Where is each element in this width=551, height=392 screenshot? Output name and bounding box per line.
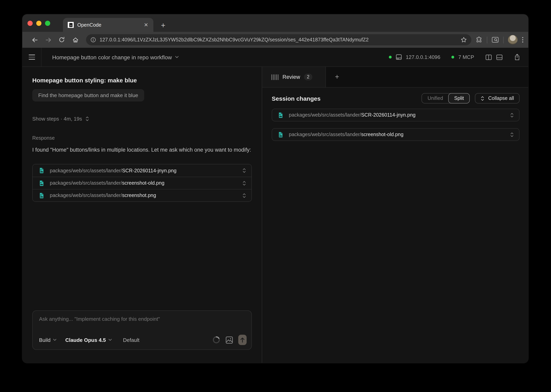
traffic-light-minimize[interactable] bbox=[36, 21, 41, 26]
profile-avatar[interactable] bbox=[508, 35, 518, 45]
review-content: Session changes Unified Split Collapse a… bbox=[262, 88, 528, 141]
file-dir: packages/web/src/assets/lander/ bbox=[50, 168, 122, 173]
toolbar-right bbox=[474, 35, 523, 45]
address-bar[interactable]: 127.0.0.1:4096/L1VzZXJzL3J5YW52b2dlbC9kZ… bbox=[86, 34, 471, 45]
sidebar-toggle-button[interactable] bbox=[22, 48, 41, 66]
split-vertical-icon[interactable] bbox=[485, 54, 492, 60]
file-row[interactable]: packages/web/src/assets/lander/screensho… bbox=[33, 189, 251, 201]
file-image-icon bbox=[278, 112, 284, 118]
collapse-all-label: Collapse all bbox=[488, 96, 514, 101]
traffic-light-zoom[interactable] bbox=[45, 21, 50, 26]
context-usage-ring-icon bbox=[212, 336, 220, 344]
new-tab-button[interactable]: + bbox=[161, 21, 165, 29]
file-dir: packages/web/src/assets/lander/ bbox=[50, 180, 122, 186]
header-status: 127.0.0.1:4096 7 MCP bbox=[389, 48, 528, 66]
chat-title: Homepage button styling: make blue bbox=[32, 77, 252, 84]
split-horizontal-icon[interactable] bbox=[496, 54, 503, 60]
review-tab-label: Review bbox=[283, 74, 300, 80]
site-info-icon[interactable] bbox=[90, 37, 96, 42]
review-count-badge: 2 bbox=[304, 73, 312, 81]
composer-actions bbox=[212, 335, 246, 345]
file-image-icon bbox=[39, 168, 45, 174]
connection-status-dot bbox=[389, 56, 392, 58]
agent-selector[interactable]: Default bbox=[123, 337, 139, 343]
attach-image-button[interactable] bbox=[225, 336, 233, 344]
opencode-app: Homepage button color change in repo wor… bbox=[22, 48, 528, 363]
session-changes-heading: Session changes bbox=[272, 95, 320, 102]
mcp-status[interactable]: 7 MCP bbox=[458, 54, 474, 60]
composer-toolbar: Build Claude Opus 4.5 Default bbox=[33, 335, 251, 350]
show-steps-toggle[interactable]: Show steps · 4m, 19s bbox=[32, 116, 252, 122]
file-row[interactable]: packages/web/src/assets/lander/screensho… bbox=[33, 177, 251, 189]
arrow-up-icon bbox=[240, 337, 245, 343]
file-dir: packages/web/src/assets/lander/ bbox=[289, 132, 361, 137]
change-row[interactable]: packages/web/src/assets/lander/screensho… bbox=[272, 128, 520, 141]
review-tabbar: Review 2 + bbox=[262, 67, 528, 88]
new-review-tab-button[interactable]: + bbox=[326, 67, 348, 87]
session-title: Homepage button color change in repo wor… bbox=[52, 54, 172, 60]
unfold-icon bbox=[481, 96, 485, 101]
expand-chevron-icon bbox=[510, 112, 514, 118]
file-name: SCR-20260114-jnyn.png bbox=[361, 112, 415, 118]
view-mode-toggle: Unified Split bbox=[421, 93, 470, 104]
traffic-light-close[interactable] bbox=[28, 21, 33, 26]
mode-label: Build bbox=[39, 337, 51, 343]
file-option-list: packages/web/src/assets/lander/SCR-20260… bbox=[32, 164, 252, 202]
page-search-icon[interactable] bbox=[492, 37, 499, 43]
chevron-down-icon bbox=[108, 339, 112, 341]
url-text[interactable]: 127.0.0.1:4096/L1VzZXJzL3J5YW52b2dlbC9kZ… bbox=[100, 37, 461, 42]
file-name: SCR-20260114-jnyn.png bbox=[122, 168, 176, 173]
chevron-down-icon bbox=[53, 339, 57, 341]
tab-title: OpenCode bbox=[77, 22, 143, 28]
app-header: Homepage button color change in repo wor… bbox=[22, 48, 528, 67]
mode-selector[interactable]: Build bbox=[39, 337, 57, 343]
tab-close-icon[interactable]: ✕ bbox=[143, 21, 149, 28]
browser-toolbar: 127.0.0.1:4096/L1VzZXJzL3J5YW52b2dlbC9kZ… bbox=[22, 32, 528, 48]
file-name: screenshot-old.png bbox=[122, 180, 165, 186]
forward-button[interactable] bbox=[41, 36, 55, 43]
toolbar-separator bbox=[503, 36, 504, 43]
response-text: I found "Home" buttons/links in multiple… bbox=[32, 145, 252, 155]
mcp-status-dot bbox=[452, 56, 454, 58]
back-button[interactable] bbox=[28, 36, 41, 43]
send-button[interactable] bbox=[238, 335, 246, 345]
browser-menu-icon[interactable] bbox=[522, 37, 523, 43]
server-address[interactable]: 127.0.0.1:4096 bbox=[406, 54, 441, 60]
share-icon[interactable] bbox=[514, 54, 520, 61]
change-row[interactable]: packages/web/src/assets/lander/SCR-20260… bbox=[272, 109, 520, 121]
file-dir: packages/web/src/assets/lander/ bbox=[50, 193, 122, 198]
toolbar-separator bbox=[487, 36, 487, 43]
unfold-icon bbox=[85, 116, 89, 121]
chat-panel: Homepage button styling: make blue Find … bbox=[22, 67, 262, 363]
show-steps-label: Show steps · 4m, 19s bbox=[32, 116, 82, 122]
session-title-dropdown[interactable]: Homepage button color change in repo wor… bbox=[41, 48, 179, 66]
tab-review[interactable]: Review 2 bbox=[262, 67, 326, 87]
session-changes-list: packages/web/src/assets/lander/SCR-20260… bbox=[272, 109, 520, 141]
diff-bars-icon bbox=[271, 74, 278, 80]
unified-toggle[interactable]: Unified bbox=[422, 93, 449, 103]
split-toggle[interactable]: Split bbox=[448, 93, 470, 104]
collapse-all-button[interactable]: Collapse all bbox=[475, 93, 520, 104]
reload-button[interactable] bbox=[55, 37, 69, 43]
file-row[interactable]: packages/web/src/assets/lander/SCR-20260… bbox=[33, 164, 251, 177]
browser-window: OpenCode ✕ + 127.0.0.1:4096/L1VzZXJzL3J5… bbox=[22, 14, 528, 363]
browser-tab-strip: OpenCode ✕ + bbox=[22, 14, 528, 32]
expand-chevron-icon bbox=[510, 132, 514, 137]
opencode-favicon bbox=[68, 22, 74, 28]
model-selector[interactable]: Claude Opus 4.5 bbox=[59, 337, 112, 343]
message-input[interactable] bbox=[33, 311, 251, 335]
extensions-icon[interactable] bbox=[476, 36, 482, 43]
screen: OpenCode ✕ + 127.0.0.1:4096/L1VzZXJzL3J5… bbox=[0, 0, 551, 392]
composer: Build Claude Opus 4.5 Default bbox=[32, 310, 252, 350]
file-name: screenshot-old.png bbox=[361, 132, 404, 137]
bookmark-star-icon[interactable] bbox=[461, 37, 467, 43]
file-image-icon bbox=[278, 132, 284, 138]
app-body: Homepage button styling: make blue Find … bbox=[22, 67, 528, 363]
review-controls: Unified Split Collapse all bbox=[421, 93, 520, 104]
browser-tab[interactable]: OpenCode ✕ bbox=[63, 18, 153, 32]
window-controls bbox=[22, 14, 50, 32]
home-button[interactable] bbox=[69, 36, 82, 43]
expand-chevron-icon bbox=[242, 193, 246, 198]
model-label: Claude Opus 4.5 bbox=[65, 337, 106, 343]
file-image-icon bbox=[39, 192, 45, 198]
